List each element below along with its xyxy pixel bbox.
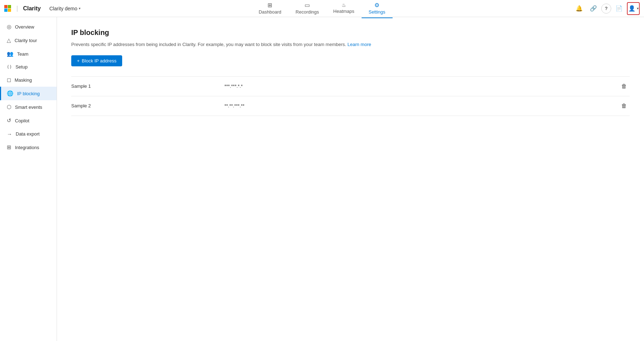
tab-heatmaps-label: Heatmaps [333,9,354,14]
ip-entry-address: **.**.***.** [224,103,618,108]
tab-dashboard-label: Dashboard [259,9,281,15]
layout: ◎ Overview △ Clarity tour 👥 Team () Setu… [0,17,644,341]
project-chevron-icon: ▾ [79,6,80,10]
sidebar-item-integrations[interactable]: ⊞ Integrations [0,141,57,154]
team-icon: 👥 [7,51,14,57]
sidebar-item-team-label: Team [17,51,28,57]
integrations-icon: ⊞ [7,144,11,151]
ms-logo-yellow [8,9,11,12]
sidebar-item-team[interactable]: 👥 Team [0,47,57,61]
smart-events-icon: ⬡ [7,104,11,110]
sidebar-item-data-export-label: Data export [16,131,40,137]
ip-list-row: Sample 2**.**.***.**🗑 [71,96,630,116]
setup-icon: () [7,65,12,70]
nav-center: ⊞ Dashboard ▭ Recordings ♨ Heatmaps ⚙ Se… [251,0,393,18]
sidebar-item-masking-label: Masking [15,77,32,83]
sidebar: ◎ Overview △ Clarity tour 👥 Team () Setu… [0,17,57,341]
notifications-icon: 🔔 [576,5,583,12]
overview-icon: ◎ [7,24,11,30]
masking-icon: ◻ [7,77,11,83]
sidebar-item-copilot-label: Copilot [15,118,29,123]
brand-name: Clarity [23,5,41,12]
ms-logo-red [4,5,7,8]
sidebar-item-overview[interactable]: ◎ Overview [0,20,57,34]
copilot-icon: ↺ [7,117,11,124]
page-title: IP blocking [71,29,630,37]
sidebar-item-ip-blocking-label: IP blocking [17,91,40,96]
sidebar-item-clarity-tour-label: Clarity tour [15,38,37,43]
project-name: Clarity demo [49,6,77,11]
clarity-tour-icon: △ [7,37,11,44]
ms-logo-blue [4,9,7,12]
help-icon: ? [605,6,608,11]
ip-delete-button[interactable]: 🗑 [618,82,630,91]
sidebar-item-integrations-label: Integrations [15,145,39,150]
recordings-icon: ▭ [305,2,310,9]
ip-entry-name: Sample 1 [71,83,224,89]
user-menu-button[interactable]: 👤 ▾ [627,2,640,15]
brand-divider: | [16,5,18,12]
user-chevron-icon: ▾ [637,6,639,10]
heatmaps-icon: ♨ [342,2,346,8]
main-content: IP blocking Prevents specific IP address… [57,17,644,341]
ip-entry-name: Sample 2 [71,103,224,108]
ms-logo-green [8,5,11,8]
ip-list-row: Sample 1***.***.*.*🗑 [71,76,630,96]
dashboard-icon: ⊞ [268,2,272,9]
share-icon: 🔗 [590,5,597,12]
notifications-button[interactable]: 🔔 [573,2,586,15]
tab-settings-label: Settings [369,9,385,15]
description-text: Prevents specific IP addresses from bein… [71,42,346,47]
project-selector[interactable]: Clarity demo ▾ [46,4,83,13]
sidebar-item-setup-label: Setup [15,64,27,70]
tab-heatmaps[interactable]: ♨ Heatmaps [326,0,362,17]
help-button[interactable]: ? [601,4,611,14]
tab-settings[interactable]: ⚙ Settings [362,0,393,18]
ip-blocking-icon: 🌐 [7,90,14,97]
brand-area: | Clarity [4,5,41,12]
sidebar-item-setup[interactable]: () Setup [0,61,57,73]
share-button[interactable]: 🔗 [587,2,600,15]
ip-delete-button[interactable]: 🗑 [618,101,630,111]
learn-more-link[interactable]: Learn more [348,42,371,47]
sidebar-item-smart-events[interactable]: ⬡ Smart events [0,100,57,114]
tab-recordings-label: Recordings [296,9,319,15]
sidebar-item-masking[interactable]: ◻ Masking [0,73,57,87]
sidebar-item-copilot[interactable]: ↺ Copilot [0,114,57,127]
sidebar-item-overview-label: Overview [15,24,34,30]
block-btn-label: Block IP address [82,58,116,63]
document-icon: 📄 [616,5,623,12]
block-btn-icon: + [77,58,80,63]
nav-right: 🔔 🔗 ? 📄 👤 ▾ [573,2,640,15]
sidebar-item-smart-events-label: Smart events [15,105,42,110]
tab-dashboard[interactable]: ⊞ Dashboard [251,0,289,18]
block-ip-button[interactable]: + Block IP address [71,55,122,66]
document-button[interactable]: 📄 [613,2,625,15]
sidebar-item-ip-blocking[interactable]: 🌐 IP blocking [0,87,57,100]
user-avatar-icon: 👤 [628,5,635,12]
ip-entry-address: ***.***.*.* [224,83,618,89]
settings-icon: ⚙ [374,2,379,9]
sidebar-item-clarity-tour[interactable]: △ Clarity tour [0,34,57,47]
sidebar-item-data-export[interactable]: → Data export [0,127,57,141]
topnav: | Clarity Clarity demo ▾ ⊞ Dashboard ▭ R… [0,0,644,17]
ip-list: Sample 1***.***.*.*🗑Sample 2**.**.***.**… [71,76,630,116]
page-description: Prevents specific IP addresses from bein… [71,41,630,48]
tab-recordings[interactable]: ▭ Recordings [289,0,326,18]
data-export-icon: → [7,131,12,137]
ms-logo [4,5,11,12]
